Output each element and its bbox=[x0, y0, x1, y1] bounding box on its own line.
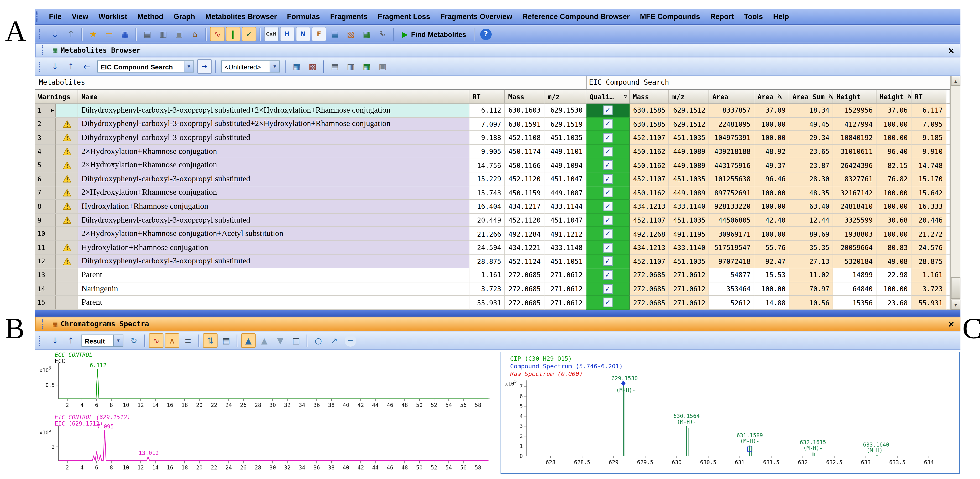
compound-spectrum-chart[interactable]: CIP (C30 H29 O15)Compound Spectrum (5.74… bbox=[501, 352, 960, 474]
list-mode-icon[interactable]: ≡ bbox=[181, 333, 195, 348]
refresh-icon[interactable]: ↻ bbox=[127, 333, 141, 348]
print-table-icon[interactable]: ▤ bbox=[328, 59, 342, 74]
peak-mode-icon[interactable]: ∧ bbox=[165, 333, 180, 348]
qualified-checkbox[interactable]: ✓ bbox=[603, 174, 612, 184]
menu-graph[interactable]: Graph bbox=[169, 13, 200, 20]
print-preview-icon[interactable]: ▥ bbox=[156, 27, 170, 41]
home-icon[interactable]: ⌂ bbox=[188, 27, 202, 41]
table-vertical-scrollbar[interactable]: ▲ ▼ bbox=[950, 76, 961, 310]
qualified-checkbox[interactable]: ✓ bbox=[603, 202, 612, 211]
column-header-height[interactable]: Height bbox=[833, 90, 877, 104]
import-chart-icon[interactable]: ↑ bbox=[64, 333, 78, 348]
table-row[interactable]: 42×Hydroxylation+Rhamnose conjugation9.9… bbox=[35, 145, 950, 159]
stack-icon[interactable]: ▤ bbox=[219, 333, 233, 348]
column-header-height_pct[interactable]: Height % bbox=[877, 90, 912, 104]
table-row[interactable]: 52×Hydroxylation+Rhamnose conjugation14.… bbox=[35, 159, 950, 172]
qualified-checkbox[interactable]: ✓ bbox=[603, 270, 612, 280]
scrollbar-thumb[interactable] bbox=[951, 277, 961, 299]
fragment-n-icon[interactable]: N bbox=[296, 27, 310, 41]
overlay-icon[interactable]: ⇅ bbox=[203, 333, 218, 348]
scale-up-icon[interactable]: ▲ bbox=[257, 333, 272, 348]
column-header-area[interactable]: Area bbox=[709, 90, 754, 104]
menu-reference-compound-browser[interactable]: Reference Compound Browser bbox=[517, 13, 635, 20]
menu-worklist[interactable]: Worklist bbox=[93, 13, 132, 20]
qualified-checkbox[interactable]: ✓ bbox=[603, 147, 612, 156]
menu-help[interactable]: Help bbox=[768, 13, 794, 20]
table-row[interactable]: 72×Hydroxylation+Rhamnose conjugation15.… bbox=[35, 186, 950, 200]
copy-table-icon[interactable]: ▣ bbox=[375, 59, 390, 74]
back-icon[interactable]: ← bbox=[80, 59, 94, 74]
open-file-icon[interactable]: ▭ bbox=[102, 27, 116, 41]
menu-fragments[interactable]: Fragments bbox=[325, 13, 372, 20]
qualified-checkbox[interactable]: ✓ bbox=[603, 284, 612, 293]
scale-down-icon[interactable]: ▼ bbox=[273, 333, 288, 348]
menu-report[interactable]: Report bbox=[705, 13, 739, 20]
search-type-combo[interactable]: EIC Compound Search▼ bbox=[97, 60, 194, 73]
autoscale-icon[interactable]: ▲ bbox=[241, 333, 256, 348]
chevron-down-icon[interactable]: ▼ bbox=[113, 335, 123, 346]
column-header-area_sum_pct[interactable]: Area Sum % bbox=[789, 90, 833, 104]
range-icon[interactable]: □ bbox=[289, 333, 303, 348]
column-header-rt[interactable]: RT bbox=[469, 90, 505, 104]
column-header-warnings[interactable]: Warnings bbox=[35, 90, 78, 104]
column-header-rt2[interactable]: RT bbox=[912, 90, 947, 104]
filter-combo[interactable]: <Unfiltered>▼ bbox=[221, 60, 280, 73]
menu-fragments-overview[interactable]: Fragments Overview bbox=[435, 13, 517, 20]
menu-method[interactable]: Method bbox=[132, 13, 169, 20]
column-header-quali[interactable]: Quali…▽ bbox=[586, 90, 630, 104]
formula-generation-icon[interactable]: CxH bbox=[264, 27, 278, 41]
column-header-mz[interactable]: m/z bbox=[544, 90, 586, 104]
ecc-chromatogram[interactable]: ECC CONTROLECCx1060.52468101214161820222… bbox=[37, 350, 500, 412]
menu-mfe-compounds[interactable]: MFE Compounds bbox=[635, 13, 705, 20]
qualified-checkbox[interactable]: ✓ bbox=[603, 256, 612, 266]
result-combo[interactable]: Result▼ bbox=[81, 334, 123, 347]
run-search-icon[interactable]: → bbox=[197, 59, 212, 74]
table-row[interactable]: 6Dihydroxyphenyl-carboxyl-3-oxopropyl su… bbox=[35, 172, 950, 186]
menu-formulas[interactable]: Formulas bbox=[282, 13, 325, 20]
table-row[interactable]: 1▶Dihydroxyphenyl-carboxyl-3-oxopropyl s… bbox=[35, 104, 950, 118]
table-row[interactable]: 8Hydroxylation+Rhamnose conjugation16.40… bbox=[35, 200, 950, 214]
fit-icon[interactable]: ↗ bbox=[327, 333, 341, 348]
table-row[interactable]: 15Parent55.931272.0685271.0612✓272.06852… bbox=[35, 296, 950, 310]
column-header-name[interactable]: Name bbox=[78, 90, 469, 104]
fragments-overview-icon[interactable]: ▤ bbox=[328, 27, 342, 41]
scroll-up-button[interactable]: ▲ bbox=[951, 76, 961, 86]
column-chooser-icon[interactable]: ▦ bbox=[290, 59, 304, 74]
qualified-checkbox[interactable]: ✓ bbox=[603, 105, 612, 115]
column-header-area_pct[interactable]: Area % bbox=[754, 90, 789, 104]
export-table-icon[interactable]: ↓ bbox=[48, 59, 62, 74]
qualified-checkbox[interactable]: ✓ bbox=[603, 215, 612, 225]
horizontal-splitter[interactable] bbox=[35, 310, 961, 317]
table-row[interactable]: 102×Hydroxylation+Rhamnose conjugation+A… bbox=[35, 228, 950, 241]
chevron-down-icon[interactable]: ▼ bbox=[270, 61, 279, 72]
qualified-checkbox[interactable]: ✓ bbox=[603, 243, 612, 252]
zoom-out-icon[interactable]: − bbox=[345, 335, 356, 346]
qualified-checkbox[interactable]: ✓ bbox=[603, 188, 612, 197]
print-icon[interactable]: ▤ bbox=[140, 27, 154, 41]
qualified-checkbox[interactable]: ✓ bbox=[603, 229, 612, 239]
chevron-down-icon[interactable]: ▼ bbox=[184, 61, 194, 72]
import-data-icon[interactable]: ↓ bbox=[48, 27, 62, 41]
preview-table-icon[interactable]: ▥ bbox=[344, 59, 358, 74]
qualified-checkbox[interactable]: ✓ bbox=[603, 160, 612, 170]
menu-metabolites-browser[interactable]: Metabolites Browser bbox=[200, 13, 282, 20]
save-icon[interactable]: ▦ bbox=[118, 27, 132, 41]
compound-table-icon[interactable]: ▦ bbox=[359, 27, 374, 41]
table-row[interactable]: 2Dihydroxyphenyl-carboxyl-3-oxopropyl su… bbox=[35, 117, 950, 131]
column-header-mass[interactable]: Mass bbox=[505, 90, 544, 104]
edit-method-icon[interactable]: ✎ bbox=[375, 27, 390, 41]
import-table-icon[interactable]: ↑ bbox=[64, 59, 78, 74]
fragment-loss-icon[interactable]: F bbox=[312, 27, 326, 41]
table-row[interactable]: 12Dihydroxyphenyl-carboxyl-3-oxopropyl s… bbox=[35, 255, 950, 269]
chromatogram-view-toggle-icon[interactable]: ∿ bbox=[210, 27, 224, 41]
copy-icon[interactable]: ▣ bbox=[172, 27, 186, 41]
close-chromatograms-spectra-button[interactable]: × bbox=[947, 319, 956, 329]
clear-results-icon[interactable]: ▩ bbox=[305, 59, 320, 74]
export-data-icon[interactable]: ↑ bbox=[64, 27, 78, 41]
menu-file[interactable]: File bbox=[44, 13, 67, 20]
menu-fragment-loss[interactable]: Fragment Loss bbox=[372, 13, 435, 20]
spectra-view-toggle-icon[interactable]: ‖ bbox=[226, 27, 240, 41]
qualified-checkbox[interactable]: ✓ bbox=[603, 119, 612, 129]
qualified-checkbox[interactable]: ✓ bbox=[603, 133, 612, 142]
export-chart-icon[interactable]: ↓ bbox=[48, 333, 62, 348]
